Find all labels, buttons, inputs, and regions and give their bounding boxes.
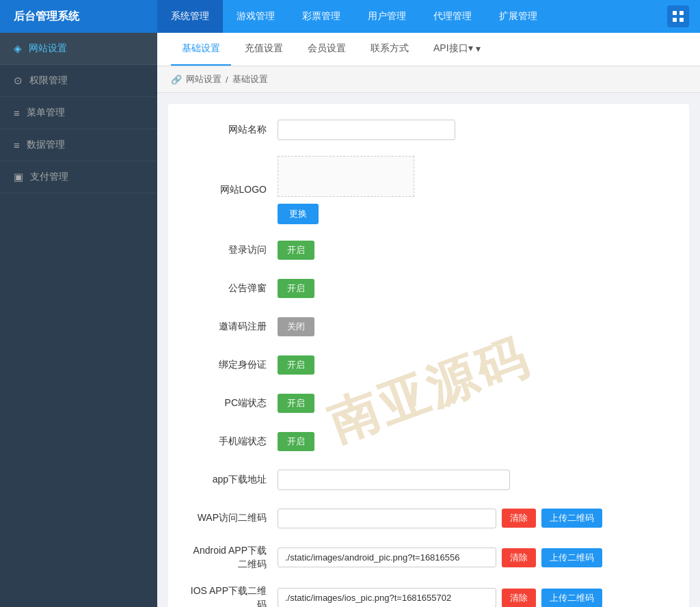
android-qr-label: Android APP下载二维码	[189, 544, 278, 571]
tab-basic-label: 基础设置	[182, 42, 220, 53]
login-access-row: 登录访问 开启	[189, 238, 669, 262]
brand-text: 后台管理系统	[14, 10, 79, 24]
breadcrumb-separator: /	[226, 75, 228, 85]
ios-qr-label-text: IOS APP下载二维码	[191, 585, 267, 607]
svg-rect-2	[673, 18, 677, 22]
ios-qr-label: IOS APP下载二维码	[189, 584, 278, 607]
android-qr-controls: 清除 上传二维码	[278, 548, 602, 567]
sidebar-item-permission[interactable]: ⊙ 权限管理	[0, 65, 157, 97]
nav-label-lottery: 彩票管理	[302, 10, 340, 23]
sidebar-item-data[interactable]: ≡ 数据管理	[0, 129, 157, 161]
data-icon: ≡	[14, 139, 20, 151]
ios-clear-button[interactable]: 清除	[502, 589, 536, 607]
pc-status-label: PC端状态	[189, 397, 278, 409]
tab-contact-label: 联系方式	[371, 42, 409, 53]
logo-preview	[278, 156, 414, 197]
nav-item-system[interactable]: 系统管理	[157, 0, 223, 33]
bind-id-label: 绑定身份证	[189, 359, 278, 371]
website-icon: ◈	[14, 42, 22, 55]
tab-member-label: 会员设置	[308, 42, 346, 53]
logo-area: 更换	[278, 156, 414, 224]
sidebar-item-payment[interactable]: ▣ 支付管理	[0, 161, 157, 193]
top-nav-items: 系统管理 游戏管理 彩票管理 用户管理 代理管理 扩展管理	[157, 0, 667, 33]
sidebar-item-website[interactable]: ◈ 网站设置	[0, 33, 157, 65]
nav-icon-button[interactable]	[667, 5, 689, 27]
app-download-input[interactable]	[278, 470, 510, 490]
tab-api-label: API接口▾	[433, 42, 473, 55]
wap-upload-button[interactable]: 上传二维码	[541, 509, 602, 528]
bind-id-row: 绑定身份证 开启	[189, 353, 669, 377]
tab-contact[interactable]: 联系方式	[360, 33, 420, 66]
ios-qr-row: IOS APP下载二维码 清除 上传二维码	[189, 584, 669, 607]
breadcrumb: 🔗 网站设置 / 基础设置	[157, 66, 700, 93]
sidebar-label-permission: 权限管理	[29, 75, 68, 87]
pc-status-toggle[interactable]: 开启	[278, 394, 314, 413]
payment-icon: ▣	[14, 171, 23, 183]
tab-recharge[interactable]: 充值设置	[234, 33, 294, 66]
brand-title: 后台管理系统	[0, 0, 157, 33]
nav-label-game: 游戏管理	[237, 10, 275, 23]
sidebar-label-payment: 支付管理	[30, 171, 68, 183]
invite-code-label: 邀请码注册	[189, 321, 278, 333]
login-access-label: 登录访问	[189, 244, 278, 256]
invite-code-toggle[interactable]: 关闭	[278, 317, 314, 336]
ios-qr-controls: 清除 上传二维码	[278, 588, 602, 607]
sidebar-item-menu[interactable]: ≡ 菜单管理	[0, 97, 157, 129]
wap-qr-row: WAP访问二维码 清除 上传二维码	[189, 506, 669, 530]
invite-code-row: 邀请码注册 关闭	[189, 314, 669, 339]
android-upload-button[interactable]: 上传二维码	[541, 548, 602, 567]
nav-item-lottery[interactable]: 彩票管理	[288, 0, 354, 33]
android-qr-row: Android APP下载二维码 清除 上传二维码	[189, 544, 669, 571]
breadcrumb-path1[interactable]: 网站设置	[186, 73, 221, 85]
nav-right	[667, 5, 700, 27]
breadcrumb-path2: 基础设置	[232, 73, 268, 85]
form-section: 网站名称 网站LOGO 更换 登录访问 开启	[168, 104, 689, 607]
app-download-label: app下载地址	[189, 474, 278, 486]
chevron-down-icon: ▾	[476, 43, 481, 54]
android-clear-button[interactable]: 清除	[502, 548, 536, 567]
nav-label-system: 系统管理	[171, 10, 209, 23]
tab-recharge-label: 充值设置	[245, 42, 283, 53]
website-name-row: 网站名称	[189, 118, 669, 142]
nav-item-agent[interactable]: 代理管理	[420, 0, 485, 33]
permission-icon: ⊙	[14, 75, 23, 87]
svg-rect-1	[679, 11, 684, 15]
website-logo-label: 网站LOGO	[189, 184, 278, 196]
mobile-status-label: 手机端状态	[189, 435, 278, 448]
login-access-toggle[interactable]: 开启	[278, 241, 314, 260]
content-area: 基础设置 充值设置 会员设置 联系方式 API接口▾ ▾ 🔗 网站设置 / 基础…	[157, 33, 700, 607]
nav-item-extend[interactable]: 扩展管理	[485, 0, 551, 33]
app-download-row: app下载地址	[189, 468, 669, 492]
tab-api[interactable]: API接口▾ ▾	[422, 33, 492, 66]
website-name-input[interactable]	[278, 120, 455, 140]
nav-label-extend: 扩展管理	[499, 10, 537, 23]
svg-rect-0	[673, 11, 677, 15]
ios-qr-input[interactable]	[278, 588, 496, 607]
tab-member[interactable]: 会员设置	[297, 33, 357, 66]
sidebar-label-website: 网站设置	[29, 42, 67, 55]
website-logo-row: 网站LOGO 更换	[189, 156, 669, 224]
wap-qr-label: WAP访问二维码	[189, 512, 278, 524]
sub-tabs: 基础设置 充值设置 会员设置 联系方式 API接口▾ ▾	[157, 33, 700, 66]
announcement-label: 公告弹窗	[189, 282, 278, 295]
announcement-toggle[interactable]: 开启	[278, 279, 314, 298]
tab-basic[interactable]: 基础设置	[171, 33, 231, 66]
nav-label-user: 用户管理	[368, 10, 406, 23]
wap-clear-button[interactable]: 清除	[502, 509, 536, 528]
nav-item-game[interactable]: 游戏管理	[223, 0, 288, 33]
ios-upload-button[interactable]: 上传二维码	[541, 589, 602, 607]
bind-id-toggle[interactable]: 开启	[278, 355, 314, 375]
wap-qr-controls: 清除 上传二维码	[278, 509, 602, 528]
mobile-status-row: 手机端状态 开启	[189, 429, 669, 454]
nav-label-agent: 代理管理	[433, 10, 472, 23]
menu-icon: ≡	[14, 107, 20, 119]
wap-qr-input[interactable]	[278, 509, 496, 528]
android-qr-input[interactable]	[278, 548, 496, 567]
replace-logo-button[interactable]: 更换	[278, 204, 319, 224]
mobile-status-toggle[interactable]: 开启	[278, 432, 314, 451]
nav-item-user[interactable]: 用户管理	[354, 0, 420, 33]
sidebar-label-data: 数据管理	[27, 139, 65, 151]
pc-status-row: PC端状态 开启	[189, 391, 669, 416]
announcement-row: 公告弹窗 开启	[189, 276, 669, 301]
website-name-label: 网站名称	[189, 124, 278, 136]
